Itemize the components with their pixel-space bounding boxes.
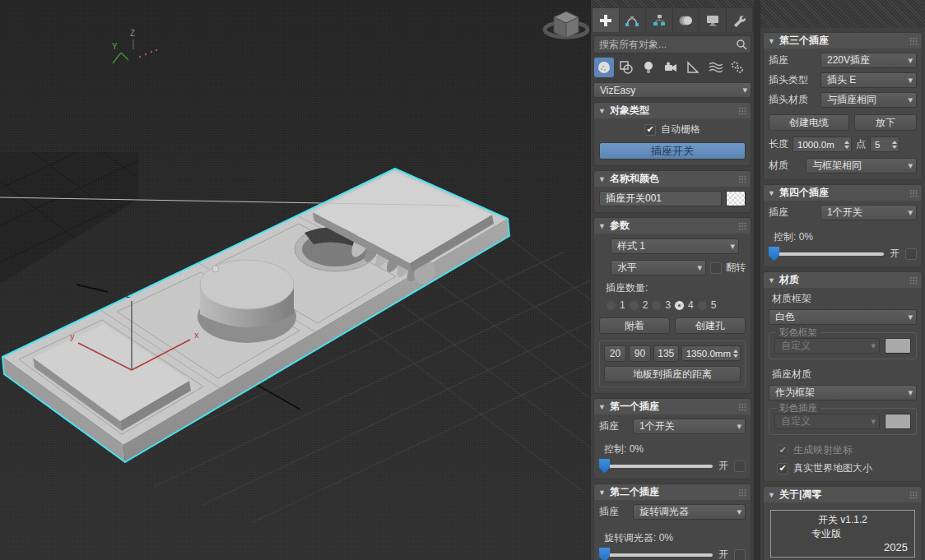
rollout-socket-1-header[interactable]: ▼ 第一个插座	[594, 399, 751, 414]
tab-modify[interactable]	[620, 8, 646, 32]
drop-button[interactable]: 放下	[854, 114, 917, 131]
socket3-type-dropdown[interactable]: 220V插座	[820, 53, 917, 68]
category-cameras[interactable]	[661, 58, 681, 77]
cable-material-value: 与框架相同	[812, 159, 862, 173]
rollout-name-color-header[interactable]: ▼ 名称和颜色	[594, 171, 751, 187]
object-color-swatch[interactable]	[726, 191, 746, 206]
create-cable-button[interactable]: 创建电缆	[769, 114, 849, 131]
viewport-3d[interactable]: z y x Z Y	[0, 0, 591, 560]
category-systems[interactable]	[727, 58, 747, 77]
tab-motion[interactable]	[673, 8, 700, 32]
socket2-slider-thumb[interactable]	[599, 548, 610, 560]
category-shapes[interactable]	[616, 58, 636, 77]
category-lights[interactable]	[639, 58, 658, 77]
rollout-socket-3-header[interactable]: ▼ 第三个插座	[764, 33, 922, 49]
panel-divider[interactable]	[754, 0, 760, 560]
collapse-arrow-icon: ▼	[768, 37, 775, 45]
socket-material-dropdown[interactable]: 作为框架	[769, 385, 917, 400]
rollout-object-type-header[interactable]: ▼ 对象类型	[594, 103, 751, 118]
grip-icon[interactable]	[738, 107, 746, 115]
socket2-type-dropdown[interactable]: 旋转调光器	[633, 504, 746, 520]
rollout-socket-4-header[interactable]: ▼ 第四个插座	[764, 185, 922, 201]
rollout-title: 关于|凋零	[779, 488, 821, 502]
cable-material-dropdown[interactable]: 与框架相同	[806, 158, 917, 174]
grip-icon[interactable]	[909, 189, 918, 197]
create-hole-button[interactable]: 创建孔	[675, 317, 746, 334]
viewcube-icon[interactable]	[545, 12, 588, 38]
floor-distance-button[interactable]: 地板到插座的距离	[604, 366, 741, 382]
plugin-category-dropdown[interactable]: VizEasy	[593, 82, 751, 98]
count-radio-4-selected[interactable]	[674, 300, 685, 311]
socket4-on-checkbox[interactable]	[905, 248, 917, 260]
socket4-slider[interactable]	[769, 252, 884, 256]
on-label: 开	[718, 548, 728, 560]
grip-icon[interactable]	[738, 488, 746, 497]
grip-icon[interactable]	[738, 222, 746, 230]
rollout-socket-2-header[interactable]: ▼ 第二个插座	[594, 484, 751, 500]
helpers-icon	[686, 60, 700, 75]
real-world-map-checkbox[interactable]	[777, 463, 788, 474]
search-icon[interactable]	[736, 39, 747, 50]
preset-90-button[interactable]: 90	[629, 345, 651, 362]
panel-grip-texture[interactable]	[760, 0, 925, 28]
tab-create[interactable]	[593, 8, 619, 32]
button-label: 创建电缆	[789, 116, 829, 130]
length-spinner[interactable]: 1000.0m	[793, 137, 852, 152]
frame-material-dropdown[interactable]: 白色	[769, 309, 917, 325]
plug-material-value: 与插座相同	[827, 93, 876, 107]
object-name-input[interactable]	[604, 192, 717, 206]
style-dropdown[interactable]: 样式 1	[611, 238, 739, 254]
socket1-type-dropdown[interactable]: 1个开关	[633, 419, 746, 434]
color-frame-dropdown[interactable]: 自定义	[774, 338, 880, 354]
color-socket-dropdown[interactable]: 自定义	[774, 414, 880, 429]
grip-icon[interactable]	[909, 276, 918, 285]
tab-hierarchy[interactable]	[646, 8, 672, 32]
spinner-arrows-icon[interactable]	[892, 141, 897, 149]
real-world-map-label: 真实世界地图大小	[793, 461, 872, 475]
plug-material-dropdown[interactable]: 与插座相同	[820, 92, 917, 108]
rollout-about-header[interactable]: ▼ 关于|凋零	[764, 487, 922, 502]
grip-icon[interactable]	[909, 491, 918, 499]
preset-20-button[interactable]: 20	[604, 345, 626, 362]
socket4-type-dropdown[interactable]: 1个开关	[820, 205, 917, 220]
autogrid-checkbox[interactable]	[644, 124, 656, 136]
color-frame-swatch[interactable]	[885, 338, 911, 354]
socket2-slider[interactable]	[599, 553, 713, 557]
socket1-slider[interactable]	[599, 465, 713, 468]
socket1-slider-thumb[interactable]	[599, 459, 610, 474]
search-input[interactable]	[597, 38, 736, 51]
plug-type-dropdown[interactable]: 插头 E	[820, 72, 917, 88]
color-socket-swatch[interactable]	[885, 414, 911, 429]
about-box: 开关 v1.1.2 专业版 2025	[770, 510, 915, 558]
count-radio-5[interactable]	[697, 300, 708, 311]
spinner-arrows-icon[interactable]	[733, 349, 738, 358]
create-socket-switch-button[interactable]: 插座开关	[599, 142, 746, 160]
tab-utilities[interactable]	[727, 8, 753, 32]
grip-icon[interactable]	[738, 175, 746, 183]
orientation-dropdown[interactable]: 水平	[611, 260, 706, 275]
tab-display[interactable]	[700, 8, 726, 32]
generate-mapping-checkbox[interactable]	[777, 445, 788, 456]
panel-grip-texture[interactable]	[591, 0, 754, 7]
count-radio-2[interactable]	[629, 300, 639, 311]
world-axis-line	[77, 285, 108, 292]
spinner-arrows-icon[interactable]	[844, 141, 849, 149]
height-spinner[interactable]: 1350.0mm	[681, 345, 741, 361]
flip-checkbox[interactable]	[710, 262, 722, 274]
rollout-material-header[interactable]: ▼ 材质	[764, 272, 922, 288]
attach-button[interactable]: 附着	[599, 317, 670, 334]
grip-icon[interactable]	[738, 403, 746, 411]
count-radio-3[interactable]	[651, 300, 662, 311]
rollout-parameters-header[interactable]: ▼ 参数	[594, 218, 751, 234]
preset-135-button[interactable]: 135	[653, 345, 679, 362]
category-spacewarps[interactable]	[705, 58, 725, 77]
socket2-on-checkbox[interactable]	[734, 549, 746, 560]
model-dimmer-knob[interactable]	[198, 260, 296, 343]
category-geometry[interactable]	[594, 58, 614, 77]
grip-icon[interactable]	[909, 37, 918, 45]
category-helpers[interactable]	[683, 58, 703, 77]
count-radio-1[interactable]	[606, 300, 616, 311]
socket1-on-checkbox[interactable]	[734, 460, 746, 472]
socket4-slider-thumb[interactable]	[769, 247, 779, 261]
points-spinner[interactable]: 5	[870, 137, 899, 152]
